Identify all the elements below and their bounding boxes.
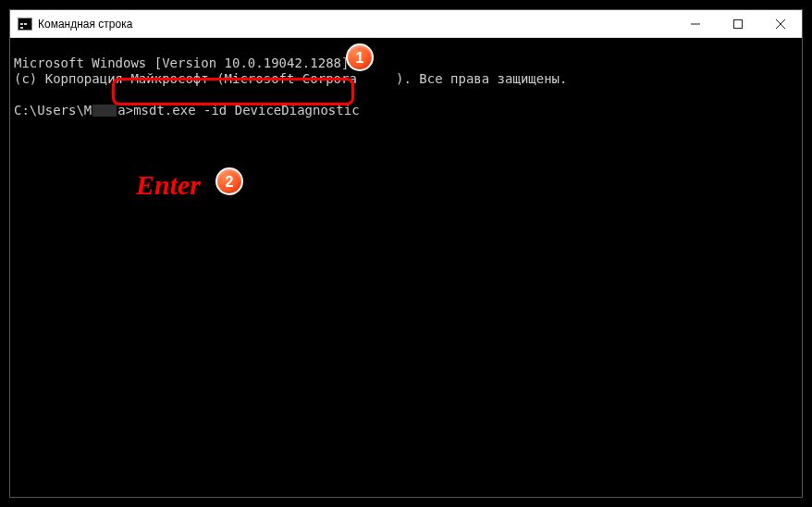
svg-rect-1 [734,19,743,28]
typed-command: msdt.exe -id DeviceDiagnostic [133,103,359,117]
cmd-icon [18,18,32,31]
close-icon [776,19,785,29]
console-output[interactable]: Microsoft Windows [Version 10.0.19042.12… [10,38,802,497]
maximize-icon [733,19,743,29]
screenshot-frame: Командная строка Microsoft Windows [Vers… [0,0,812,507]
enter-annotation-label: Enter [136,177,201,192]
callout-badge-2: 2 [215,167,243,195]
console-prompt-line: C:\Users\Ма>msdt.exe -id DeviceDiagnosti… [14,103,798,118]
titlebar[interactable]: Командная строка [10,10,802,38]
censored-username [92,105,117,117]
cmd-window: Командная строка Microsoft Windows [Vers… [9,9,803,498]
window-title: Командная строка [38,18,674,31]
close-button[interactable] [759,10,802,37]
console-line: (c) Корпорация Майкрософт (Microsoft Cor… [14,71,798,87]
minimize-icon [691,19,700,29]
maximize-button[interactable] [717,10,759,37]
minimize-button[interactable] [674,10,717,37]
window-controls [674,10,802,37]
console-line: Microsoft Windows [Version 10.0.19042.12… [14,56,798,71]
